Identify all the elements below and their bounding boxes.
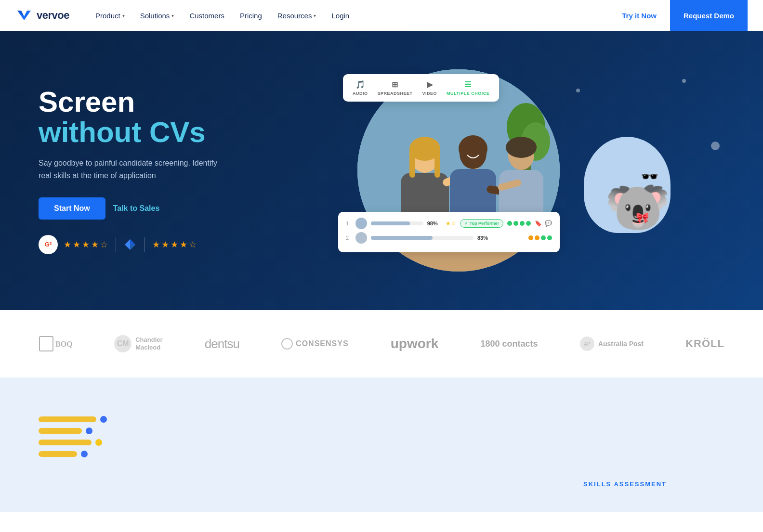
nav-customers[interactable]: Customers <box>183 8 231 24</box>
hero-visual: 🎵 AUDIO ⊞ SPREADSHEET ▶ VIDEO ☰ MULTIPLE… <box>333 69 661 272</box>
candidate-avatar-2 <box>355 232 367 244</box>
svg-rect-26 <box>39 337 53 351</box>
logos-section: BOQ CM Chandler Macleod dentsu CONSENSYS… <box>0 310 763 377</box>
request-demo-button[interactable]: Request Demo <box>670 0 748 31</box>
nav-right: Try it Now Request Demo <box>612 0 748 31</box>
logo-australia-post: AP Australia Post <box>580 337 644 351</box>
filter-row-3 <box>39 439 107 446</box>
filter-bar-3 <box>39 440 92 445</box>
result-bar-1 <box>371 221 410 225</box>
bowtie: 🎀 <box>636 212 649 224</box>
result-bar-2 <box>371 236 433 240</box>
hero-section: Screen without CVs Say goodbye to painfu… <box>0 31 763 310</box>
svg-marker-1 <box>17 11 24 16</box>
nav-login[interactable]: Login <box>325 8 356 24</box>
try-it-now-link[interactable]: Try it Now <box>612 8 666 24</box>
action-icons-1: 🔖 💬 <box>535 220 552 227</box>
logo-chandler-macleod: CM Chandler Macleod <box>114 335 162 352</box>
skill-dots-1 <box>507 221 531 226</box>
result-bar-bg-2 <box>371 236 474 240</box>
filter-row-1 <box>39 416 107 423</box>
filter-dot-4 <box>81 451 88 457</box>
chevron-down-icon: ▾ <box>171 13 174 18</box>
start-now-button[interactable]: Start Now <box>39 197 105 220</box>
filter-bar-1 <box>39 416 96 422</box>
capterra-icon <box>124 238 136 251</box>
hero-title-line1: Screen <box>39 87 270 117</box>
star-icons: ★☆ <box>446 220 456 227</box>
skills-assessment-label: SKILLS ASSESSMENT <box>583 480 667 488</box>
svg-text:BOQ: BOQ <box>55 340 72 348</box>
g2-stars: ★ ★ ★ ★ ☆ <box>64 239 108 250</box>
filter-dot-1 <box>100 416 107 423</box>
nav-pricing[interactable]: Pricing <box>233 8 269 24</box>
assess-tab-spreadsheet: ⊞ SPREADSHEET <box>378 80 413 96</box>
hero-ratings: G² ★ ★ ★ ★ ☆ ★ ★ ★ ★ ☆ <box>39 235 270 254</box>
skill-dots-2 <box>528 235 552 240</box>
filter-row-4 <box>39 451 107 457</box>
audio-icon: 🎵 <box>355 80 366 89</box>
svg-marker-3 <box>130 239 135 245</box>
video-icon: ▶ <box>427 80 433 89</box>
multiple-choice-icon: ☰ <box>464 80 472 89</box>
koala-mascot: 🐨 🕶️ 🎀 <box>574 98 671 233</box>
filter-bar-4 <box>39 451 77 457</box>
rating-divider-2 <box>144 237 145 252</box>
bottom-section: SKILLS ASSESSMENT <box>0 377 763 512</box>
candidate-avatar-1 <box>355 218 367 229</box>
logo-text: vervoe <box>37 9 69 22</box>
boq-logo-svg: BOQ <box>39 334 72 353</box>
logo-upwork: upwork <box>391 336 439 351</box>
capterra-stars: ★ ★ ★ ★ ☆ <box>152 239 197 250</box>
filter-bar-2 <box>39 428 82 434</box>
hero-title-line2: without CVs <box>39 117 270 147</box>
chevron-down-icon: ▾ <box>122 13 125 18</box>
logo-kroll: KRÖLL <box>685 337 724 350</box>
svg-rect-15 <box>434 149 440 178</box>
top-performer-badge: ✓ Top Performer <box>460 219 503 228</box>
hero-subtitle: Say goodbye to painful candidate screeni… <box>39 157 222 182</box>
result-bar-bg-1 <box>371 221 423 225</box>
result-row-2: 2 83% <box>346 232 552 244</box>
assess-tab-multiple-choice: ☰ MULTIPLE CHOICE <box>447 80 489 96</box>
nav-links: Product ▾ Solutions ▾ Customers Pricing … <box>89 8 612 24</box>
logo-1800contacts: 1800 contacts <box>481 339 538 349</box>
filter-dot-3 <box>95 439 102 446</box>
assess-tab-audio: 🎵 AUDIO <box>353 80 368 96</box>
nav-solutions[interactable]: Solutions ▾ <box>133 8 181 24</box>
svg-rect-14 <box>409 149 415 178</box>
chevron-down-icon: ▾ <box>314 13 316 18</box>
spreadsheet-icon: ⊞ <box>392 80 398 89</box>
hero-left: Screen without CVs Say goodbye to painfu… <box>39 87 270 254</box>
filter-dot-2 <box>86 428 92 434</box>
g2-badge: G² <box>39 235 58 254</box>
koala-emoji: 🐨 <box>605 180 671 233</box>
assess-tab-video: ▶ VIDEO <box>422 80 437 96</box>
results-card: 1 98% ★☆ ✓ Top Performer <box>338 212 560 252</box>
filter-widget <box>39 416 107 457</box>
hero-buttons: Start Now Talk to Sales <box>39 197 270 220</box>
navbar: vervoe Product ▾ Solutions ▾ Customers P… <box>0 0 763 31</box>
vervoe-logo-icon <box>15 7 33 24</box>
logo-dentsu: dentsu <box>205 337 239 351</box>
nav-resources[interactable]: Resources ▾ <box>271 8 323 24</box>
assessment-type-card: 🎵 AUDIO ⊞ SPREADSHEET ▶ VIDEO ☰ MULTIPLE… <box>343 74 499 102</box>
logo-boq: BOQ <box>39 334 72 353</box>
result-row-1: 1 98% ★☆ ✓ Top Performer <box>346 218 552 229</box>
logo[interactable]: vervoe <box>15 7 69 24</box>
talk-to-sales-button[interactable]: Talk to Sales <box>113 204 160 213</box>
logo-consensys: CONSENSYS <box>281 338 348 350</box>
nav-product[interactable]: Product ▾ <box>89 8 132 24</box>
hero-right: 🎵 AUDIO ⊞ SPREADSHEET ▶ VIDEO ☰ MULTIPLE… <box>270 69 724 272</box>
rating-divider <box>116 237 116 252</box>
svg-marker-4 <box>130 245 135 250</box>
sunglasses: 🕶️ <box>641 168 658 185</box>
svg-point-24 <box>506 137 537 158</box>
filter-row-2 <box>39 428 107 434</box>
